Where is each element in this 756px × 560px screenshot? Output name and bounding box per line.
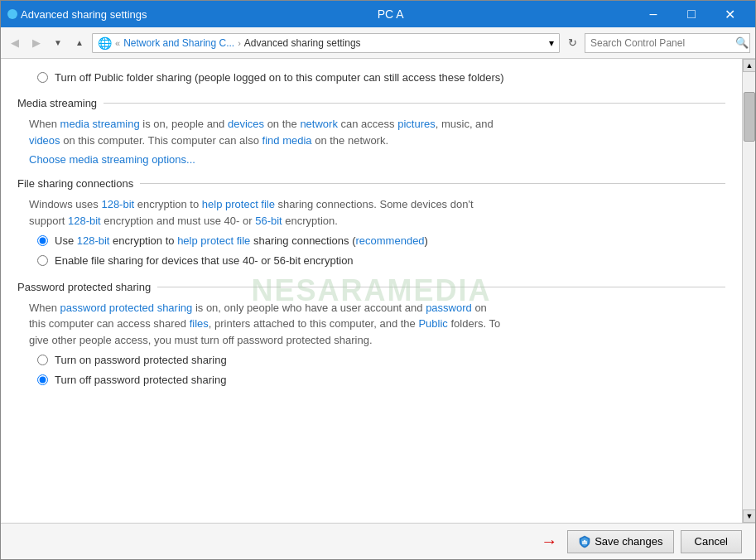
save-button[interactable]: Save changes bbox=[567, 530, 673, 553]
scrollbar-track: ▲ ▼ bbox=[742, 59, 755, 523]
media-streaming-line bbox=[104, 103, 725, 104]
scrollbar-up-button[interactable]: ▲ bbox=[743, 59, 755, 72]
minimize-button[interactable]: – bbox=[634, 1, 672, 27]
search-button[interactable]: 🔍 bbox=[735, 36, 749, 49]
arrow-icon: → bbox=[541, 532, 557, 551]
media-streaming-title: Media streaming bbox=[17, 97, 97, 109]
radio-password-on-input[interactable] bbox=[37, 355, 48, 365]
back-button[interactable]: ◀ bbox=[6, 34, 24, 52]
breadcrumb-bar: 🌐 « Network and Sharing C... › Advanced … bbox=[92, 33, 560, 53]
radio-password-off: Turn off password protected sharing bbox=[37, 373, 725, 388]
scrollbar-down-button[interactable]: ▼ bbox=[743, 509, 755, 523]
radio-128bit-input[interactable] bbox=[37, 235, 48, 246]
search-input[interactable] bbox=[585, 33, 750, 53]
search-wrapper: 🔍 bbox=[585, 33, 750, 53]
media-streaming-link[interactable]: Choose media streaming options... bbox=[29, 153, 714, 166]
radio-128bit-label: Use 128-bit encryption to help protect f… bbox=[55, 234, 428, 249]
password-sharing-section-header: Password protected sharing bbox=[17, 281, 725, 293]
file-sharing-desc: Windows uses 128-bit encryption to help … bbox=[29, 196, 725, 229]
window-controls: – □ ✕ bbox=[634, 1, 749, 27]
shield-svg bbox=[578, 535, 591, 548]
footer: → Save changes Cancel bbox=[1, 523, 755, 559]
shield-icon bbox=[578, 535, 591, 548]
radio-128bit: Use 128-bit encryption to help protect f… bbox=[37, 234, 725, 249]
window: Advanced sharing settings PC A – □ ✕ ◀ ▶… bbox=[0, 0, 756, 560]
svg-point-1 bbox=[584, 539, 585, 541]
maximize-button[interactable]: □ bbox=[672, 1, 710, 27]
main-content: NESARAMEDIA Turn off Public folder shari… bbox=[1, 59, 742, 523]
window-title: PC A bbox=[147, 7, 634, 21]
radio-40bit: Enable file sharing for devices that use… bbox=[37, 253, 725, 268]
radio-password-on-label: Turn on password protected sharing bbox=[55, 353, 227, 368]
app-icon bbox=[7, 9, 17, 19]
password-sharing-title: Password protected sharing bbox=[17, 281, 151, 293]
file-sharing-section-header: File sharing connections bbox=[17, 177, 725, 190]
forward-button[interactable]: ▶ bbox=[27, 34, 46, 52]
password-sharing-line bbox=[157, 287, 725, 287]
radio-public-off-label: Turn off Public folder sharing (people l… bbox=[55, 70, 504, 85]
breadcrumb-arrow: › bbox=[238, 38, 241, 48]
media-streaming-section-header: Media streaming bbox=[17, 97, 725, 109]
breadcrumb-sep-1: « bbox=[115, 38, 120, 48]
radio-public-off-input[interactable] bbox=[37, 72, 48, 83]
radio-public-folder-off: Turn off Public folder sharing (people l… bbox=[37, 70, 725, 85]
file-sharing-line bbox=[140, 183, 725, 184]
breadcrumb-dropdown[interactable]: ▾ bbox=[549, 37, 554, 49]
breadcrumb-network[interactable]: Network and Sharing C... bbox=[123, 37, 234, 49]
radio-password-off-input[interactable] bbox=[37, 374, 48, 385]
refresh-button[interactable]: ↻ bbox=[563, 34, 581, 52]
breadcrumb-current: Advanced sharing settings bbox=[244, 37, 361, 49]
radio-40bit-label: Enable file sharing for devices that use… bbox=[55, 253, 354, 268]
password-sharing-desc: When password protected sharing is on, o… bbox=[29, 300, 725, 349]
radio-password-off-label: Turn off password protected sharing bbox=[55, 373, 226, 388]
dropdown-button[interactable]: ▼ bbox=[49, 34, 67, 52]
radio-40bit-input[interactable] bbox=[37, 255, 48, 266]
cancel-button[interactable]: Cancel bbox=[681, 530, 742, 553]
content-area: NESARAMEDIA Turn off Public folder shari… bbox=[1, 59, 755, 523]
titlebar: Advanced sharing settings PC A – □ ✕ bbox=[1, 1, 755, 27]
radio-password-on: Turn on password protected sharing bbox=[37, 353, 725, 368]
media-streaming-desc: When media streaming is on, people and d… bbox=[29, 116, 725, 148]
addressbar: ◀ ▶ ▼ ▲ 🌐 « Network and Sharing C... › A… bbox=[1, 27, 755, 59]
up-button[interactable]: ▲ bbox=[70, 34, 89, 52]
app-title: Advanced sharing settings bbox=[21, 8, 147, 21]
globe-icon: 🌐 bbox=[98, 36, 112, 50]
close-button[interactable]: ✕ bbox=[710, 1, 749, 27]
save-label: Save changes bbox=[595, 535, 662, 548]
file-sharing-title: File sharing connections bbox=[17, 177, 133, 190]
scrollbar-thumb[interactable] bbox=[744, 92, 755, 142]
